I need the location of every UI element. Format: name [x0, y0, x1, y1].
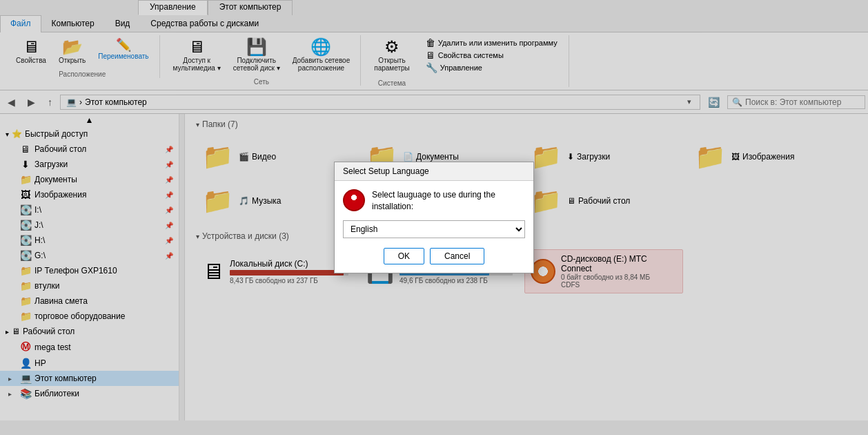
dialog-body: Select lauguage to use during the instal…: [335, 181, 533, 273]
dialog-cancel-button[interactable]: Cancel: [430, 248, 484, 264]
dialog-message-row: Select lauguage to use during the instal…: [343, 189, 525, 213]
dialog-ok-button[interactable]: OK: [384, 248, 424, 264]
opera-icon: [343, 189, 365, 211]
language-select[interactable]: English Русский Deutsch Français Español: [343, 220, 525, 238]
dialog-title-bar: Select Setup Language: [335, 162, 533, 181]
setup-language-dialog: Select Setup Language Select lauguage to…: [334, 162, 534, 274]
dialog-title-label: Select Setup Language: [343, 166, 429, 176]
dialog-message-text: Select lauguage to use during the instal…: [372, 189, 525, 213]
dialog-buttons: OK Cancel: [343, 248, 525, 264]
dialog-overlay: Select Setup Language Select lauguage to…: [0, 0, 868, 435]
